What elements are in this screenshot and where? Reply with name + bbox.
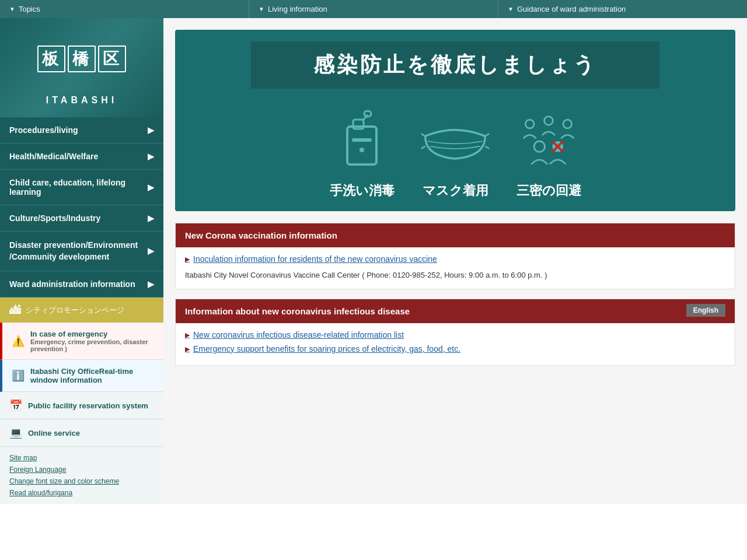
living-label: Living information [268,5,327,13]
crowd-label: 三密の回避 [516,182,581,200]
svg-line-6 [421,134,425,136]
culture-arrow: ▶ [148,214,154,223]
sidebar-item-disaster[interactable]: Disaster prevention/Environment /Communi… [0,232,163,271]
emergency-label: In case of emergency [30,330,154,338]
nav-ward[interactable]: ▼ Guidance of ward administration [498,0,747,18]
logo-itabashi: ITABASHI [46,95,117,106]
svg-point-3 [364,111,371,117]
infectious-body: New coronavirus infectious disease-relat… [176,323,735,365]
svg-rect-0 [347,127,376,164]
vaccination-body: Inoculation information for residents of… [176,247,735,289]
city-promo-label: シティプロモーションページ [26,305,124,316]
disaster-arrow: ▶ [148,246,154,257]
topics-arrow: ▼ [9,6,15,12]
sidebar-item-health[interactable]: Health/Medical/Welfare ▶ [0,144,163,170]
city-promo-banner[interactable]: 🏙 シティプロモーションページ [0,298,163,323]
top-nav: ▼ Topics ▼ Living information ▼ Guidance… [0,0,747,18]
topics-label: Topics [19,5,40,13]
infectious-title: Information about new coronavirus infect… [185,306,410,316]
vaccination-link[interactable]: Inoculation information for residents of… [185,254,725,264]
childcare-arrow: ▶ [148,183,154,192]
infectious-link-2[interactable]: Emergency support benefits for soaring p… [185,344,725,354]
logo-kanji: 板 橋 区 [37,46,126,72]
facility-link[interactable]: 📅 Public facility reservation system [0,392,163,419]
calendar-icon: 📅 [9,399,22,412]
foreign-language-link[interactable]: Foreign Language [9,466,154,474]
sidebar-item-procedures[interactable]: Procedures/living ▶ [0,117,163,144]
ward-admin-arrow: ▶ [148,279,154,289]
soap-item: 手洗い消毒 [327,106,397,200]
computer-icon: 💻 [9,426,22,439]
sidebar-footer: Site map Foreign Language Change font si… [0,447,163,504]
emergency-sublabel: Emergency, crime prevention, disaster pr… [30,338,154,352]
sidebar-logo: 板 橋 区 ITABASHI [0,18,163,117]
procedures-label: Procedures/living [9,125,78,135]
vaccination-callcenter: Itabashi City Novel Coronavirus Vaccine … [185,268,725,282]
vaccination-link-text: Inoculation information for residents of… [193,254,437,264]
infectious-link-1-text: New coronavirus infectious disease-relat… [193,330,404,340]
online-link[interactable]: 💻 Online service [0,419,163,447]
svg-line-7 [421,146,425,149]
ward-label: Guidance of ward administration [517,5,626,13]
crowd-item: 三密の回避 [514,106,584,200]
vaccination-section: New Corona vaccination information Inocu… [175,223,735,289]
emergency-text: In case of emergency Emergency, crime pr… [30,330,154,352]
infectious-link-2-text: Emergency support benefits for soaring p… [193,344,460,354]
font-size-link[interactable]: Change font size and color scheme [9,477,154,485]
main-layout: 板 橋 区 ITABASHI Procedures/living ▶ Healt… [0,18,747,504]
sidebar-item-childcare[interactable]: Child care, education, lifelong learning… [0,170,163,205]
english-button[interactable]: English [686,304,725,317]
hero-title: 感染防止を徹底しましょう [251,41,659,89]
svg-line-9 [485,146,489,149]
vaccination-header: New Corona vaccination information [176,223,735,247]
svg-point-11 [544,117,553,125]
logo-circle: 板 橋 区 [47,30,117,88]
nav-living[interactable]: ▼ Living information [249,0,498,18]
ward-admin-label: Ward administration information [9,279,135,289]
infectious-header: Information about new coronavirus infect… [176,299,735,323]
city-promo-icon: 🏙 [9,303,21,317]
ward-arrow: ▼ [508,6,514,12]
svg-point-10 [525,120,534,128]
kanji-2: 橋 [68,46,96,72]
nav-topics[interactable]: ▼ Topics [0,0,249,18]
warning-icon: ⚠️ [12,335,25,348]
sitemap-link[interactable]: Site map [9,454,154,462]
infectious-section: Information about new coronavirus infect… [175,299,735,366]
realtime-label: Itabashi City OfficeReal-time window inf… [30,367,154,384]
content-area: 感染防止を徹底しましょう 手洗い消毒 [163,18,747,504]
online-label: Online service [28,429,80,438]
hero-banner: 感染防止を徹底しましょう 手洗い消毒 [175,30,735,211]
realtime-link[interactable]: ℹ️ Itabashi City OfficeReal-time window … [0,360,163,392]
soap-label: 手洗い消毒 [330,182,395,200]
emergency-link[interactable]: ⚠️ In case of emergency Emergency, crime… [0,323,163,360]
mask-label: マスク着用 [423,182,488,200]
sidebar-item-culture[interactable]: Culture/Sports/Industry ▶ [0,205,163,232]
sidebar-nav: Procedures/living ▶ Health/Medical/Welfa… [0,117,163,298]
procedures-arrow: ▶ [148,125,154,135]
infectious-link-1[interactable]: New coronavirus infectious disease-relat… [185,330,725,340]
health-arrow: ▶ [148,152,154,161]
info-icon: ℹ️ [12,369,25,382]
culture-label: Culture/Sports/Industry [9,214,100,223]
hero-icons: 手洗い消毒 マスク [327,106,584,200]
read-aloud-link[interactable]: Read aloud/furigana [9,489,154,497]
svg-line-8 [485,134,489,136]
facility-label: Public facility reservation system [28,401,148,410]
crowd-icon [514,106,584,176]
svg-point-12 [563,120,572,128]
svg-point-5 [359,148,364,152]
childcare-label: Child care, education, lifelong learning [9,178,148,197]
mask-item: マスク着用 [420,106,490,200]
svg-rect-4 [352,138,372,142]
sidebar: 板 橋 区 ITABASHI Procedures/living ▶ Healt… [0,18,163,504]
disaster-label: Disaster prevention/Environment /Communi… [9,240,148,262]
mask-icon [420,106,490,176]
living-arrow: ▼ [259,6,264,12]
svg-point-13 [534,141,544,152]
sidebar-item-ward-admin[interactable]: Ward administration information ▶ [0,271,163,298]
health-label: Health/Medical/Welfare [9,152,98,161]
kanji-3: 区 [98,46,126,72]
soap-icon [327,106,397,176]
kanji-1: 板 [37,46,65,72]
